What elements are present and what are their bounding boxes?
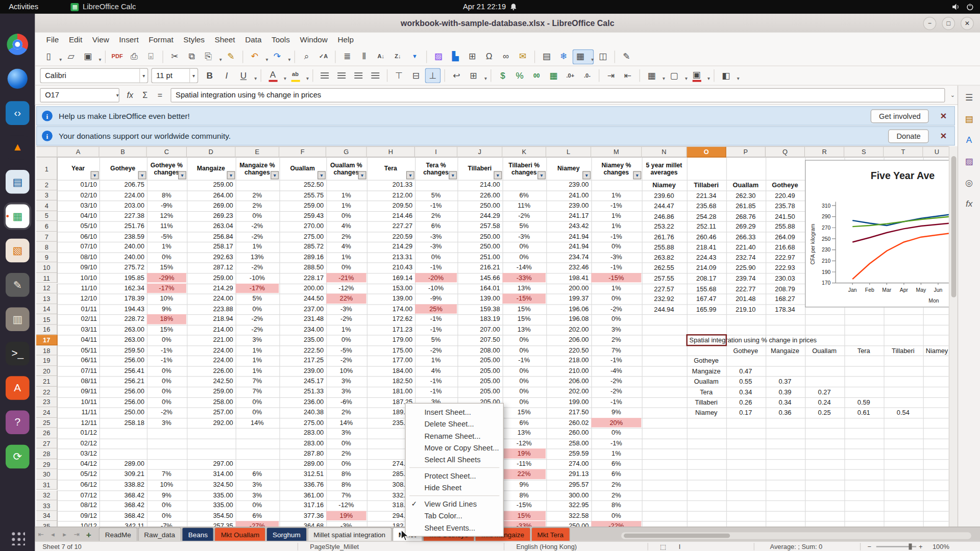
row-header-2[interactable]: 2 [36, 180, 58, 190]
data-cell-M21[interactable]: -2% [591, 377, 641, 386]
maximize-button[interactable]: □ [942, 17, 955, 30]
name-box[interactable]: O17 ▾ [40, 88, 119, 102]
data-cell-I13[interactable]: -9% [415, 294, 457, 304]
data-cell-K29[interactable]: -11% [502, 459, 545, 469]
autofilter-button-J[interactable]: ▼ [494, 171, 502, 180]
spatial-col-header-Tillaberi[interactable]: Tillaberi [884, 345, 922, 356]
data-cell-E5[interactable]: 0% [236, 211, 279, 220]
avg-label-Ouallam[interactable]: Ouallam [726, 180, 765, 190]
data-cell-G14[interactable]: -3% [326, 304, 366, 314]
data-cell-A6[interactable]: 05/10 [58, 221, 99, 231]
data-cell-M18[interactable]: 7% [591, 345, 641, 355]
data-cell-K24[interactable]: 15% [502, 407, 545, 417]
row-header-31[interactable]: 31 [36, 480, 58, 490]
data-cell-A7[interactable]: 06/10 [58, 232, 99, 241]
formula-button[interactable]: = [153, 88, 167, 102]
row-header-16[interactable]: 16 [36, 324, 58, 335]
row-header-24[interactable]: 24 [36, 407, 58, 417]
data-cell-C12[interactable]: -17% [147, 283, 186, 293]
character-highlighting-button[interactable]: ab [287, 68, 309, 83]
spatial-row-label-Mangaize[interactable]: Mangaize [687, 366, 726, 376]
row-header-8[interactable]: 8 [36, 242, 58, 252]
font-name-combo[interactable]: Calibri▾ [40, 68, 148, 83]
data-cell-G26[interactable]: 3% [326, 428, 366, 438]
data-cell-H5[interactable]: 214.46 [367, 211, 414, 220]
sidebar-navigator-icon[interactable]: ◎ [961, 174, 977, 191]
data-cell-J13[interactable]: 139.00 [457, 294, 502, 304]
avg-cell-O7[interactable]: 260.46 [687, 232, 726, 242]
data-cell-J11[interactable]: 145.66 [457, 273, 502, 283]
dock-item-blue-orb-app[interactable] [6, 67, 30, 91]
data-cell-B33[interactable]: 368.42 [100, 500, 146, 510]
data-cell-G5[interactable]: 0% [326, 211, 366, 220]
conditional-formatting-button[interactable]: ◧ [718, 68, 740, 83]
data-cell-M26[interactable]: 0% [591, 428, 641, 438]
increase-indent-button[interactable]: ⇥ [603, 68, 619, 83]
sheet-tab-millet-spatial-integration[interactable]: Millet spatial integration [307, 527, 391, 541]
dock-item-libreoffice-writer[interactable]: ▤ [6, 170, 30, 194]
data-cell-A31[interactable]: 06/12 [58, 480, 99, 489]
spatial-col-header-Mangaize[interactable]: Mangaize [766, 345, 804, 356]
data-cell-B11[interactable]: 195.85 [100, 273, 146, 283]
previous-sheet-button[interactable]: ◂ [47, 528, 59, 541]
dock-item-software-updater[interactable]: ⟳ [6, 445, 30, 469]
data-cell-L6[interactable]: 243.42 [546, 221, 591, 231]
data-cell-A33[interactable]: 08/12 [58, 500, 99, 510]
data-cell-C10[interactable]: 15% [147, 263, 186, 272]
data-cell-A16[interactable]: 03/11 [58, 324, 99, 334]
data-cell-J8[interactable]: 250.00 [457, 242, 502, 252]
data-cell-B20[interactable]: 256.41 [100, 366, 146, 375]
data-cell-K28[interactable]: 19% [502, 449, 545, 459]
data-cell-A25[interactable]: 12/11 [58, 418, 99, 428]
data-cell-B6[interactable]: 251.76 [100, 221, 146, 231]
data-cell-M25[interactable]: 20% [591, 418, 641, 428]
font-size-combo[interactable]: 11 pt▾ [151, 68, 198, 83]
data-cell-C16[interactable]: 15% [147, 324, 186, 334]
avg-cell-O9[interactable]: 224.43 [687, 253, 726, 263]
sheet-tab-mkt-tera[interactable]: Mkt Tera [531, 527, 570, 541]
spatial-value-P24[interactable]: 0.17 [726, 407, 765, 417]
data-cell-G8[interactable]: 4% [326, 242, 366, 252]
data-cell-H2[interactable]: 201.33 [367, 180, 414, 190]
data-cell-A3[interactable]: 02/10 [58, 190, 99, 200]
data-cell-F27[interactable]: 283.00 [279, 438, 326, 448]
data-cell-I19[interactable]: 1% [415, 356, 457, 365]
data-cell-C23[interactable]: 0% [147, 397, 186, 407]
sheet-tab-sorghum[interactable]: Sorghum [266, 527, 307, 541]
data-cell-L3[interactable]: 241.00 [546, 190, 591, 200]
data-cell-K34[interactable]: 15% [502, 511, 545, 520]
avg-label-Gotheye[interactable]: Gotheye [766, 180, 804, 190]
data-cell-L29[interactable]: 274.00 [546, 459, 591, 469]
avg-cell-P12[interactable]: 222.77 [726, 283, 765, 293]
avg-cell-O5[interactable]: 254.28 [687, 211, 726, 221]
row-header-14[interactable]: 14 [36, 304, 58, 314]
data-cell-D3[interactable]: 264.00 [187, 190, 235, 200]
avg-cell-O11[interactable]: 208.17 [687, 273, 726, 283]
context-menu-item-delete-sheet[interactable]: Delete Sheet... [406, 418, 503, 430]
avg-cell-O10[interactable]: 214.09 [687, 263, 726, 273]
data-cell-A21[interactable]: 08/11 [58, 377, 99, 386]
data-cell-G13[interactable]: 22% [326, 294, 366, 304]
row-header-18[interactable]: 18 [36, 345, 58, 356]
avg-cell-Q8[interactable]: 216.68 [766, 242, 804, 252]
center-vertically-button[interactable]: ⊟ [408, 68, 424, 83]
data-cell-K30[interactable]: 22% [502, 469, 545, 479]
split-window-button[interactable]: ◫ [595, 49, 611, 64]
avg-cell-P13[interactable]: 201.48 [726, 294, 765, 304]
data-cell-L4[interactable]: 239.00 [546, 201, 591, 210]
data-cell-A24[interactable]: 11/11 [58, 407, 99, 417]
data-cell-K6[interactable]: 5% [502, 221, 545, 231]
data-cell-L32[interactable]: 300.00 [546, 490, 591, 500]
data-cell-D17[interactable]: 221.00 [187, 335, 235, 345]
data-cell-F15[interactable]: 231.48 [279, 314, 326, 324]
avg-cell-N12[interactable]: 227.57 [642, 283, 687, 293]
autofilter-button-B[interactable]: ▼ [138, 171, 146, 180]
data-cell-K4[interactable]: 11% [502, 201, 545, 210]
context-menu-item-rename-sheet[interactable]: Rename Sheet... [406, 430, 503, 441]
spatial-value-Q21[interactable]: 0.37 [766, 377, 804, 387]
data-cell-J14[interactable]: 159.38 [457, 304, 502, 314]
data-cell-C8[interactable]: 1% [147, 242, 186, 252]
data-cell-B24[interactable]: 250.00 [100, 407, 146, 417]
data-cell-J17[interactable]: 207.50 [457, 335, 502, 345]
data-cell-C15[interactable]: 18% [147, 314, 186, 324]
